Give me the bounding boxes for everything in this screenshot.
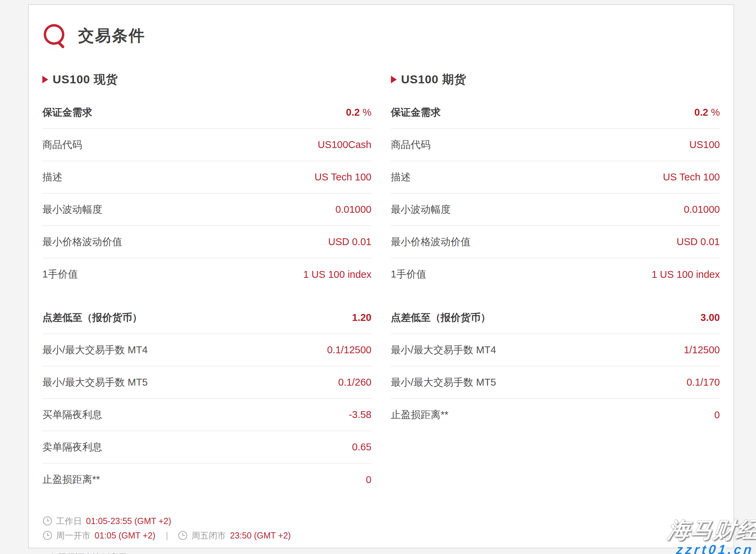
search-icon <box>43 23 68 49</box>
condition-row: 止盈损距离** 0 <box>42 463 372 496</box>
condition-groups: 保证金需求 0.2 % 商品代码 US100 描述 US Tech 100 最小… <box>391 96 720 431</box>
friday-close-value: 23:50 (GMT +2) <box>230 530 291 541</box>
condition-label: 最小/最大交易手数 MT5 <box>391 376 496 389</box>
condition-value: 1 US 100 index <box>652 269 720 280</box>
instrument-header: US100 期货 <box>391 72 720 87</box>
condition-value: US Tech 100 <box>663 171 720 183</box>
condition-label: 最小波动幅度 <box>391 203 451 217</box>
condition-label: 商品代码 <box>42 138 82 152</box>
instrument-title: US100 现货 <box>53 72 118 87</box>
condition-value: US Tech 100 <box>315 171 372 183</box>
condition-row: 商品代码 US100Cash <box>42 129 372 161</box>
condition-row: 止盈损距离** 0 <box>391 399 720 431</box>
weekday-hours-line: 工作日 01:05-23:55 (GMT +2) <box>43 515 720 527</box>
condition-row: 保证金需求 0.2 % <box>391 96 720 129</box>
margin-footnote: **仅限保证金比例高于100% <box>43 552 720 554</box>
friday-close-label: 周五闭市 <box>191 530 226 541</box>
condition-row: 1手价值 1 US 100 index <box>42 258 372 291</box>
condition-value: 0.2 % <box>346 107 371 118</box>
condition-label: 买单隔夜利息 <box>42 408 102 422</box>
condition-value: 0.01000 <box>684 204 720 215</box>
condition-row: 最小波动幅度 0.01000 <box>42 194 372 226</box>
condition-value: 3.00 <box>701 312 720 323</box>
condition-group: 保证金需求 0.2 % 商品代码 US100Cash 描述 US Tech 10… <box>42 96 372 291</box>
condition-value: 1.20 <box>352 312 371 323</box>
triangle-right-icon <box>391 76 397 83</box>
instrument-column: US100 期货 保证金需求 0.2 % 商品代码 US100 描述 US Te… <box>391 72 720 496</box>
instrument-column: US100 现货 保证金需求 0.2 % 商品代码 US100Cash 描述 U… <box>42 72 372 496</box>
condition-label: 1手价值 <box>42 268 78 281</box>
condition-row: 买单隔夜利息 -3.58 <box>42 399 372 431</box>
weekday-hours-value: 01:05-23:55 (GMT +2) <box>86 515 171 527</box>
condition-row: 最小/最大交易手数 MT5 0.1/170 <box>391 366 720 399</box>
condition-row: 卖单隔夜利息 0.65 <box>42 431 372 463</box>
trading-hours-footer: 工作日 01:05-23:55 (GMT +2) 周一开市 01:05 (GMT… <box>43 515 720 554</box>
condition-value: 0.01000 <box>336 204 372 215</box>
instrument-columns: US100 现货 保证金需求 0.2 % 商品代码 US100Cash 描述 U… <box>42 72 720 496</box>
condition-group: 点差低至（报价货币） 1.20 最小/最大交易手数 MT4 0.1/12500 … <box>42 302 372 496</box>
condition-value: USD 0.01 <box>328 236 372 248</box>
condition-value: US100 <box>689 139 720 150</box>
weekday-hours-label: 工作日 <box>56 515 82 527</box>
condition-row: 最小波动幅度 0.01000 <box>391 194 720 226</box>
condition-value: 0 <box>714 409 720 421</box>
open-close-hours-line: 周一开市 01:05 (GMT +2) | 周五闭市 23:50 (GMT +2… <box>43 530 720 541</box>
condition-group: 保证金需求 0.2 % 商品代码 US100 描述 US Tech 100 最小… <box>391 96 720 291</box>
condition-label: 最小/最大交易手数 MT4 <box>391 343 496 357</box>
condition-value: USD 0.01 <box>677 236 720 248</box>
hours-divider: | <box>166 530 168 541</box>
condition-row: 描述 US Tech 100 <box>42 161 372 194</box>
instrument-title: US100 期货 <box>401 72 466 87</box>
condition-label: 商品代码 <box>391 138 431 152</box>
instrument-header: US100 现货 <box>42 72 372 87</box>
condition-value: -3.58 <box>349 409 371 420</box>
trading-conditions-card: 交易条件 US100 现货 保证金需求 0.2 % 商品代码 US100Cash… <box>28 4 734 548</box>
condition-label: 描述 <box>391 170 411 184</box>
condition-value: 0.1/12500 <box>327 344 371 356</box>
clock-icon <box>178 531 187 540</box>
condition-label: 最小价格波动价值 <box>42 235 122 249</box>
clock-icon <box>43 531 52 540</box>
condition-value: 0.1/260 <box>338 377 372 388</box>
triangle-right-icon <box>42 76 48 83</box>
condition-label: 1手价值 <box>391 268 426 281</box>
condition-row: 点差低至（报价货币） 3.00 <box>391 302 720 334</box>
condition-value: 0.65 <box>352 441 371 453</box>
condition-label: 止盈损距离** <box>391 408 449 422</box>
condition-label: 最小价格波动价值 <box>391 235 471 249</box>
condition-group: 点差低至（报价货币） 3.00 最小/最大交易手数 MT4 1/12500 最小… <box>391 302 720 431</box>
condition-row: 1手价值 1 US 100 index <box>391 258 720 291</box>
condition-row: 最小价格波动价值 USD 0.01 <box>42 226 372 258</box>
condition-row: 最小/最大交易手数 MT4 0.1/12500 <box>42 334 372 366</box>
condition-label: 最小/最大交易手数 MT4 <box>42 343 148 357</box>
condition-label: 点差低至（报价货币） <box>42 311 142 325</box>
page-title: 交易条件 <box>78 25 146 46</box>
condition-label: 止盈损距离** <box>42 473 100 487</box>
condition-value: 0 <box>366 474 371 485</box>
condition-row: 点差低至（报价货币） 1.20 <box>42 302 372 334</box>
condition-label: 保证金需求 <box>42 106 92 119</box>
condition-value: US100Cash <box>318 139 371 150</box>
condition-row: 描述 US Tech 100 <box>391 161 720 194</box>
condition-row: 最小/最大交易手数 MT4 1/12500 <box>391 334 720 366</box>
condition-label: 点差低至（报价货币） <box>391 311 491 325</box>
condition-value: 0.2 % <box>694 107 720 118</box>
condition-value: 0.1/170 <box>686 377 720 388</box>
condition-row: 商品代码 US100 <box>391 129 720 161</box>
clock-icon <box>43 516 52 525</box>
condition-row: 最小价格波动价值 USD 0.01 <box>391 226 720 258</box>
condition-row: 最小/最大交易手数 MT5 0.1/260 <box>42 366 372 399</box>
condition-value: 1 US 100 index <box>303 269 371 280</box>
monday-open-label: 周一开市 <box>56 530 90 541</box>
monday-open-value: 01:05 (GMT +2) <box>95 530 156 541</box>
condition-label: 最小/最大交易手数 MT5 <box>42 376 148 389</box>
condition-label: 卖单隔夜利息 <box>42 440 102 454</box>
condition-label: 最小波动幅度 <box>42 203 102 217</box>
condition-label: 保证金需求 <box>391 106 441 119</box>
condition-label: 描述 <box>42 170 62 184</box>
condition-value: 1/12500 <box>684 344 720 356</box>
condition-row: 保证金需求 0.2 % <box>42 96 372 129</box>
condition-groups: 保证金需求 0.2 % 商品代码 US100Cash 描述 US Tech 10… <box>42 96 372 496</box>
page-header: 交易条件 <box>43 23 720 49</box>
